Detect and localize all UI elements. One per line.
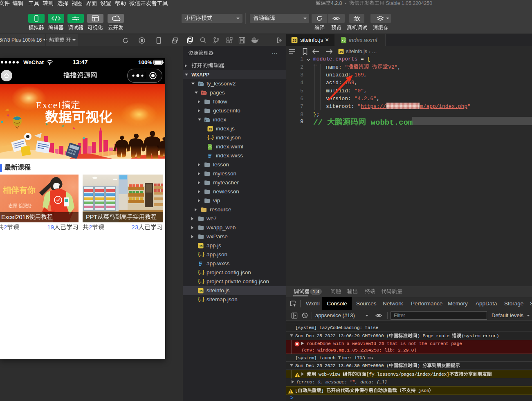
svg-text:JS: JS (199, 244, 202, 248)
svg-text:JS: JS (199, 289, 202, 293)
svg-text:JS: JS (292, 38, 297, 43)
svg-text:JS: JS (339, 50, 343, 54)
